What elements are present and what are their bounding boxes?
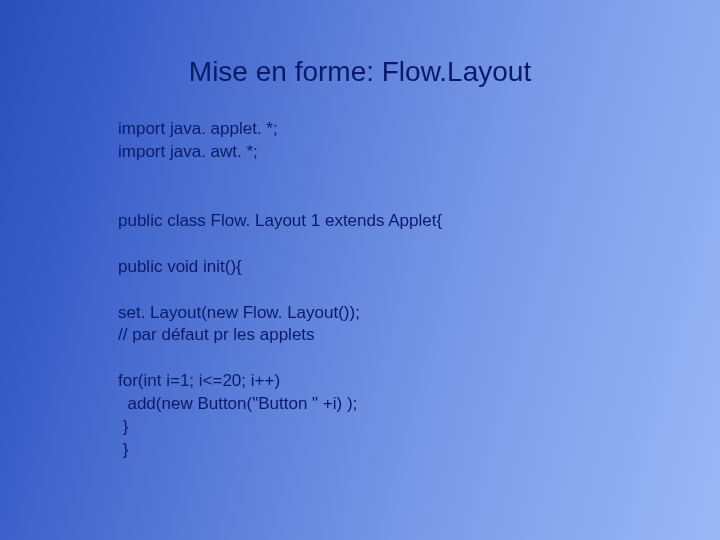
code-line: } bbox=[118, 417, 128, 436]
code-line: } bbox=[118, 440, 128, 459]
code-line: // par défaut pr les applets bbox=[118, 325, 315, 344]
code-line: for(int i=1; i<=20; i++) bbox=[118, 371, 280, 390]
code-line: add(new Button("Button " +i) ); bbox=[118, 394, 357, 413]
code-line: set. Layout(new Flow. Layout()); bbox=[118, 303, 360, 322]
code-line: public class Flow. Layout 1 extends Appl… bbox=[118, 211, 442, 230]
code-block: import java. applet. *; import java. awt… bbox=[118, 118, 442, 462]
code-line: import java. awt. *; bbox=[118, 142, 258, 161]
code-line: import java. applet. *; bbox=[118, 119, 278, 138]
slide: Mise en forme: Flow.Layout import java. … bbox=[0, 0, 720, 540]
code-line: public void init(){ bbox=[118, 257, 242, 276]
slide-title: Mise en forme: Flow.Layout bbox=[0, 56, 720, 88]
